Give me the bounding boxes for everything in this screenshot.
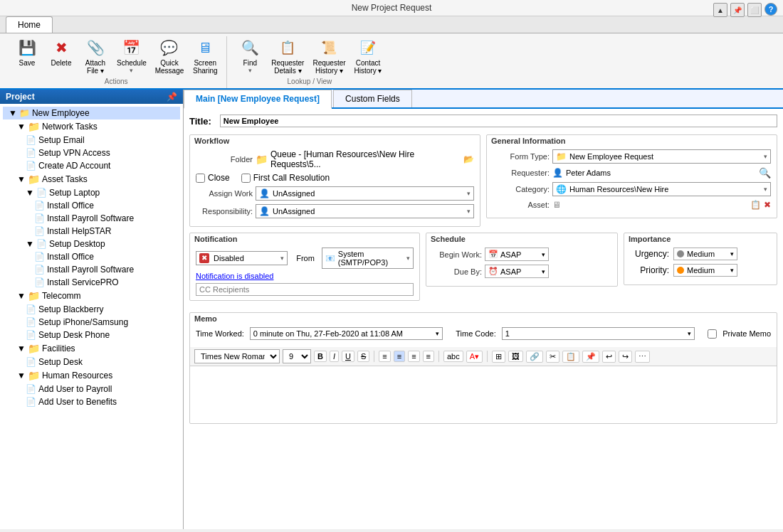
memo-body[interactable] [190,366,777,423]
tree-item-install-helpstar[interactable]: 📄 Install HelpSTAR [3,225,180,238]
italic-button[interactable]: I [330,351,339,362]
tree-item-setup-desktop[interactable]: ▼ 📄 Setup Desktop [3,238,180,250]
tree-item-human-resources[interactable]: ▼ 📁 Human Resources [3,368,180,383]
toolbar-divider-3 [487,351,488,362]
quick-message-button[interactable]: 💬 QuickMessage [152,36,187,76]
folder-browse-button[interactable]: 📂 [463,154,474,164]
priority-dropdown[interactable]: Medium ▾ [673,264,737,277]
tree-item-setup-vpn[interactable]: 📄 Setup VPN Access [3,147,180,159]
font-select[interactable]: Times New Roman [194,349,280,363]
pin-button[interactable]: 📌 [730,3,745,17]
insert-image-button[interactable]: 🖼 [508,351,523,362]
requester-search-button[interactable]: 🔍 [759,167,771,179]
due-by-dropdown[interactable]: ⏰ ASAP ▾ [485,265,549,278]
bold-button[interactable]: B [314,351,327,362]
category-row: Category: 🌐 Human Resources\New Hire ▾ [493,182,771,196]
tree-item-add-user-payroll[interactable]: 📄 Add User to Payroll [3,383,180,395]
justify-button[interactable]: ≡ [423,351,434,362]
tree-item-asset-tasks[interactable]: ▼ 📁 Asset Tasks [3,172,180,186]
time-worked-dropdown[interactable]: 0 minute on Thu, 27-Feb-2020 at 11:08 AM… [250,327,443,340]
private-memo-checkbox[interactable] [708,329,717,339]
time-code-dropdown[interactable]: 1 ▾ [502,327,695,340]
tree-item-install-office-2[interactable]: 📄 Install Office [3,250,180,263]
home-tab[interactable]: Home [6,16,53,33]
find-button[interactable]: 🔍 Find ▾ [234,36,266,75]
title-input[interactable] [220,115,777,127]
tab-bar: Home [0,16,783,33]
tree-item-install-servicepro[interactable]: 📄 Install ServicePRO [3,276,180,289]
folder-label: Folder [196,155,253,164]
tree-item-setup-blackberry[interactable]: 📄 Setup Blackberry [3,303,180,316]
asset-copy-button[interactable]: 📋 [750,200,761,210]
tree-item-setup-desk-phone[interactable]: 📄 Setup Desk Phone [3,329,180,341]
tree-item-setup-desk[interactable]: 📄 Setup Desk [3,356,180,368]
tree-item-install-payroll-2[interactable]: 📄 Install Payroll Software [3,263,180,276]
spell-check-button[interactable]: abc [443,351,463,362]
actions-group-label: Actions [11,78,221,85]
insert-table-button[interactable]: ⊞ [492,351,505,363]
tab-custom[interactable]: Custom Fields [333,90,412,107]
align-left-button[interactable]: ≡ [379,351,390,362]
insert-link-button[interactable]: 🔗 [526,351,543,363]
font-size-select[interactable]: 9 [283,349,311,363]
minimize-button[interactable]: ▲ [713,3,727,17]
align-center-button[interactable]: ≡ [394,351,405,362]
begin-work-dropdown[interactable]: 📅 ASAP ▾ [485,248,549,261]
strikethrough-button[interactable]: S [357,351,369,362]
responsibility-dropdown[interactable]: 👤 UnAssigned ▾ [256,204,474,218]
save-button[interactable]: 💾 Save [11,36,43,68]
find-label: Find [243,59,257,67]
tree-item-create-ad[interactable]: 📄 Create AD Account [3,159,180,172]
contact-history-button[interactable]: 📝 ContactHistory ▾ [352,36,385,76]
copy-button[interactable]: 📋 [562,351,579,363]
form-type-dropdown[interactable]: 📁 New Employee Request ▾ [552,149,771,164]
notification-col: Notification ✖ Disabled ▾ From 📧 [189,233,420,307]
tree-item-setup-email[interactable]: 📄 Setup Email [3,134,180,147]
redo-button[interactable]: ↪ [619,351,632,363]
asset-clear-button[interactable]: ✖ [764,200,771,210]
tree-item-setup-iphone[interactable]: 📄 Setup iPhone/Samsung [3,316,180,329]
tree-item-install-payroll-1[interactable]: 📄 Install Payroll Software [3,212,180,225]
tree-item-telecomm[interactable]: ▼ 📁 Telecomm [3,289,180,303]
doc-icon-sl: 📄 [36,188,47,198]
schedule-button[interactable]: 📅 Schedule ▾ [114,36,149,75]
tree-item-install-office-1[interactable]: 📄 Install Office [3,199,180,212]
priority-value: Medium [687,266,730,275]
cc-recipients-input[interactable] [196,283,414,296]
project-panel: Project 📌 ▼ 📁 New Employee ▼ 📁 Network T… [0,90,184,529]
doc-icon-aub: 📄 [26,397,36,407]
close-check-item: Close [196,173,230,183]
requester-details-button[interactable]: 📋 RequesterDetails ▾ [268,36,307,76]
more-button[interactable]: ⋯ [635,351,650,363]
align-right-button[interactable]: ≡ [408,351,419,362]
attach-file-button[interactable]: 📎 AttachAttach FileFile ▾ [80,36,111,76]
restore-button[interactable]: ⬜ [747,3,762,17]
tree-item-new-employee[interactable]: ▼ 📁 New Employee [3,107,180,119]
first-call-label: First Call Resolution [253,173,330,183]
notification-status-dropdown[interactable]: ✖ Disabled ▾ [196,251,288,265]
urgency-dropdown[interactable]: Medium ▾ [673,248,737,260]
cut-button[interactable]: ✂ [546,351,559,363]
from-dropdown[interactable]: 📧 System (SMTP/POP3) ▾ [322,248,414,269]
tree-label-add-user-benefits: Add User to Benefits [38,397,117,407]
paste-button[interactable]: 📌 [582,351,599,363]
assign-work-dropdown[interactable]: 👤 UnAssigned ▾ [256,186,474,201]
first-call-checkbox[interactable] [241,174,251,183]
screen-sharing-button[interactable]: 🖥 ScreenSharing [189,36,221,76]
tree-item-setup-laptop[interactable]: ▼ 📄 Setup Laptop [3,186,180,199]
undo-button[interactable]: ↩ [602,351,616,363]
tree-item-network-tasks[interactable]: ▼ 📁 Network Tasks [3,119,180,134]
help-button[interactable]: ? [764,3,777,16]
requester-history-button[interactable]: 📜 RequesterHistory ▾ [310,36,348,76]
tree-item-facilities[interactable]: ▼ 📁 Facilities [3,341,180,356]
tree-item-add-user-benefits[interactable]: 📄 Add User to Benefits [3,395,180,408]
tab-main[interactable]: Main [New Employee Request] [184,90,332,109]
project-pin-icon[interactable]: 📌 [167,92,177,102]
font-color-button[interactable]: A▾ [466,351,483,363]
category-dropdown[interactable]: 🌐 Human Resources\New Hire ▾ [552,182,771,196]
delete-button[interactable]: ✖ Delete [46,36,77,68]
close-checkbox[interactable] [196,174,205,183]
schedule-title: Schedule [426,233,617,245]
underline-button[interactable]: U [342,351,354,362]
asset-value-row: 🖥 📋 ✖ [552,200,771,210]
